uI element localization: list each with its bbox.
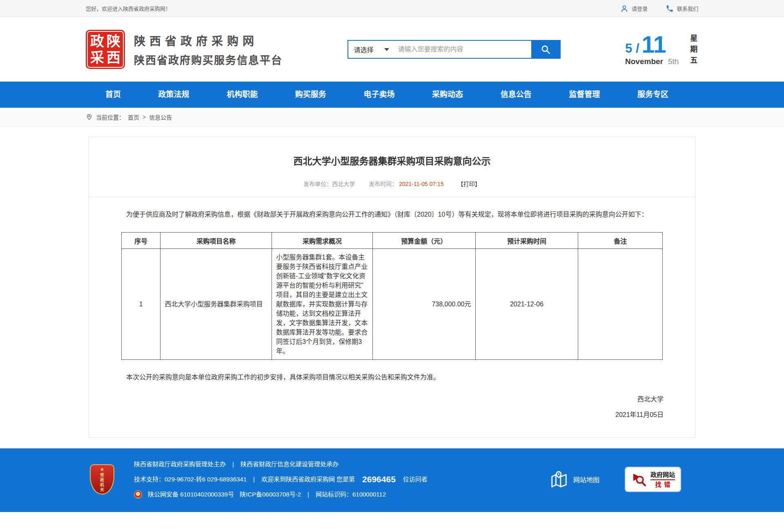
chevron-down-icon [384, 48, 389, 51]
publish-time-value: 2021-11-05 07:15 [399, 181, 444, 187]
publisher: 发布单位：西北大学 [303, 180, 355, 188]
col-header-project-name: 采购项目名称 [160, 233, 272, 249]
footer-line-support: 技术支持：029-96702-转6 029-68936341 | 欢迎来到陕西省… [134, 474, 428, 485]
security-record-number[interactable]: 陕公网安备 61010402000339号 [148, 489, 234, 500]
site-id-code: 网站标识码：6100000112 [316, 489, 386, 500]
date-day-ordinal: 5th [668, 57, 679, 66]
main-nav: 首页 政策法规 机构职能 购买服务 电子卖场 采购动态 信息公告 监督管理 服务… [0, 82, 784, 108]
search-bar: 请选择 [347, 40, 561, 59]
date-weekday: 星期五 [689, 33, 698, 66]
search-category-select[interactable]: 请选择 [348, 41, 396, 58]
site-footer: ★ 党政机关 陕西省财政厅政府采购管理处主办 | 陕西省财政厅信息化建设管理处承… [0, 448, 784, 512]
site-header: 政 陕 采 西 陕西省政府采购网 陕西省政府购买服务信息平台 请选择 [0, 17, 784, 82]
location-pin-icon [86, 113, 93, 120]
table-row: 1 西北大学小型服务器集群采购项目 小型服务器集群1套。本设备主要服务于陕西省科… [122, 249, 663, 360]
signature-date: 2021年11月05日 [113, 407, 664, 423]
party-government-emblem-icon: ★ 党政机关 [90, 464, 114, 494]
cell-budget: 738,000.00元 [372, 249, 475, 360]
signature-org: 西北大学 [113, 392, 664, 407]
bottom-strip [0, 512, 784, 525]
phone-icon [666, 4, 674, 13]
breadcrumb-separator: > [143, 114, 146, 120]
public-security-badge-icon [134, 490, 142, 499]
date-month-number: 5 / [625, 41, 639, 56]
cell-planned-date: 2021-12-06 [475, 249, 578, 360]
breadcrumb-label: 当前位置： [96, 113, 125, 121]
site-title: 陕西省政府采购网 [134, 32, 283, 49]
search-icon [540, 44, 551, 55]
closing-paragraph: 本次公开的采购意向是本单位政府采购工作的初步安排，具体采购项目情况以相关采购公告… [113, 370, 671, 384]
announcement-card: 西北大学小型服务器集群采购项目采购意向公示 发布单位：西北大学 发布时间： 20… [88, 137, 696, 438]
table-header-row: 序号 采购项目名称 采购需求概况 预算金额（元） 预计采购时间 备注 [122, 233, 663, 249]
login-link[interactable]: 请登录 [620, 4, 648, 13]
icp-record-number[interactable]: 陕ICP备06003708号-2 [240, 489, 301, 500]
col-header-budget: 预算金额（元） [372, 233, 475, 249]
nav-item-procurement-news[interactable]: 采购动态 [429, 82, 466, 108]
announcement-title: 西北大学小型服务器集群采购项目采购意向公示 [113, 153, 671, 167]
site-brand[interactable]: 政 陕 采 西 陕西省政府采购网 陕西省政府购买服务信息平台 [86, 30, 283, 69]
announcement-meta: 发布单位：西北大学 发布时间： 2021-11-05 07:15 【打印】 [113, 180, 671, 188]
site-logo: 政 陕 采 西 [86, 30, 125, 69]
cell-project-name: 西北大学小型服务器集群采购项目 [160, 249, 272, 360]
print-button[interactable]: 【打印】 [458, 180, 481, 188]
sitemap-link[interactable]: 网站地图 [550, 470, 599, 489]
col-header-remark: 备注 [578, 233, 663, 249]
search-button[interactable] [531, 41, 560, 58]
col-header-no: 序号 [122, 233, 160, 249]
breadcrumb: 当前位置： 首页 > 信息公告 [86, 108, 698, 126]
visitor-count: 2696465 [362, 474, 396, 485]
contact-link[interactable]: 联系我们 [666, 4, 698, 13]
procurement-intent-table: 序号 采购项目名称 采购需求概况 预算金额（元） 预计采购时间 备注 1 西北大… [121, 232, 663, 360]
user-icon [620, 4, 628, 13]
cell-remark [578, 249, 663, 360]
nav-item-service-zone[interactable]: 服务专区 [634, 82, 672, 108]
breadcrumb-home-link[interactable]: 首页 [128, 113, 139, 121]
nav-item-purchase-services[interactable]: 购买服务 [292, 82, 330, 108]
nav-item-functions[interactable]: 机构职能 [223, 82, 261, 108]
sitemap-map-icon [550, 470, 568, 489]
cell-requirement: 小型服务器集群1套。本设备主要服务于陕西省科技厅重点产业创新链-工业领域“数字化… [272, 249, 372, 360]
footer-line-organizers: 陕西省财政厅政府采购管理处主办 | 陕西省财政厅信息化建设管理处承办 [134, 459, 428, 470]
publish-time: 发布时间： 2021-11-05 07:15 [369, 180, 443, 188]
intro-paragraph: 为便于供应商及时了解政府采购信息，根据《财政部关于开展政府采购意向公开工作的通知… [113, 208, 671, 222]
col-header-planned-date: 预计采购时间 [475, 233, 578, 249]
nav-item-announcements[interactable]: 信息公告 [497, 82, 535, 108]
site-subtitle: 陕西省政府购买服务信息平台 [134, 52, 283, 67]
nav-item-e-marketplace[interactable]: 电子卖场 [360, 82, 398, 108]
breadcrumb-bar: 当前位置： 首页 > 信息公告 [0, 108, 784, 126]
date-month-name: November [625, 57, 663, 66]
welcome-text: 您好，欢迎进入陕西省政府采购网！ [86, 4, 171, 12]
search-input[interactable] [396, 41, 531, 58]
error-finder-magnifier-icon [631, 471, 647, 488]
date-day-number: 11 [642, 33, 666, 56]
top-utility-bar: 您好，欢迎进入陕西省政府采购网！ 请登录 联系我们 [0, 0, 784, 17]
col-header-requirement: 采购需求概况 [272, 233, 372, 249]
footer-line-registration: 陕公网安备 61010402000339号 陕ICP备06003708号-2 |… [134, 489, 428, 500]
gov-site-error-report-badge[interactable]: 政府网站 找错 [625, 467, 681, 492]
nav-item-policies[interactable]: 政策法规 [155, 82, 193, 108]
date-widget: 5 / 11 November 5th 星期五 [625, 33, 698, 66]
nav-item-supervision[interactable]: 监督管理 [566, 82, 603, 108]
cell-no: 1 [122, 249, 160, 360]
nav-item-home[interactable]: 首页 [102, 82, 124, 108]
breadcrumb-current: 信息公告 [149, 113, 172, 121]
